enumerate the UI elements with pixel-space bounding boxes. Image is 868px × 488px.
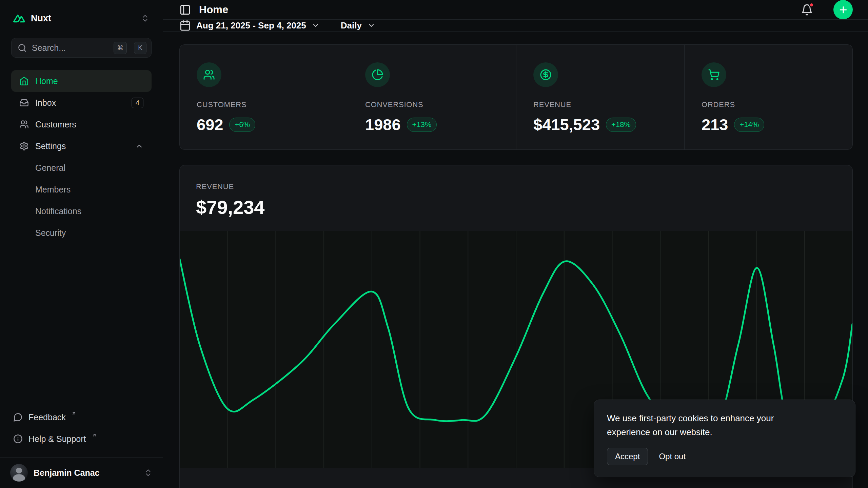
stats-row: CUSTOMERS 692 +6% CONVERSIONS 1986 +13%: [179, 44, 853, 150]
chevron-down-icon: [367, 21, 375, 29]
page-title: Home: [199, 4, 228, 16]
cart-icon: [702, 62, 726, 87]
sidebar-item-security[interactable]: Security: [11, 222, 152, 244]
workspace-switcher[interactable]: Nuxt: [11, 7, 152, 29]
sidebar-item-general[interactable]: General: [11, 157, 152, 179]
sidebar-item-label: Customers: [35, 120, 76, 129]
stat-delta-badge: +13%: [407, 118, 437, 132]
opt-out-button[interactable]: Opt out: [659, 452, 686, 461]
home-icon: [19, 76, 29, 86]
gear-icon: [19, 141, 29, 151]
users-icon: [197, 62, 221, 87]
header: Home: [163, 0, 868, 20]
external-link-icon: [92, 433, 97, 438]
add-button[interactable]: [833, 0, 853, 19]
external-link-icon: [72, 411, 76, 416]
cookie-banner: We use first-party cookies to enhance yo…: [594, 400, 855, 477]
plus-icon: [838, 5, 848, 15]
sidebar-toggle-button[interactable]: [179, 4, 191, 16]
sidebar-item-label: Members: [35, 185, 71, 195]
panel-left-icon: [179, 4, 191, 16]
help-support-label: Help & Support: [28, 434, 86, 444]
search-input[interactable]: Search... ⌘ K: [11, 38, 152, 58]
stat-value: 213: [702, 115, 728, 134]
stat-customers[interactable]: CUSTOMERS 692 +6%: [180, 45, 348, 149]
revenue-value: $79,234: [196, 196, 836, 218]
kbd-k: K: [134, 42, 146, 54]
date-range-label: Aug 21, 2025 - Sep 4, 2025: [196, 20, 306, 31]
revenue-label: REVENUE: [196, 182, 836, 191]
user-name: Benjamin Canac: [34, 468, 138, 478]
chevrons-up-down-icon: [141, 14, 150, 23]
sidebar-nav: Home Inbox 4 Customers Sett: [11, 70, 152, 244]
info-circle-icon: [13, 434, 23, 444]
help-support-link[interactable]: Help & Support: [11, 428, 152, 450]
users-icon: [19, 120, 29, 129]
search-placeholder: Search...: [32, 43, 106, 53]
stat-revenue[interactable]: REVENUE $415,523 +18%: [516, 45, 684, 149]
stat-label: ORDERS: [702, 100, 835, 109]
sidebar-item-members[interactable]: Members: [11, 179, 152, 200]
sidebar-item-label: Security: [35, 228, 66, 238]
sidebar-item-label: Inbox: [35, 98, 56, 108]
sidebar-item-label: Notifications: [35, 206, 81, 216]
inbox-icon: [19, 98, 29, 107]
pie-chart-icon: [365, 62, 390, 87]
sidebar-item-label: General: [35, 163, 65, 173]
message-circle-icon: [13, 412, 23, 422]
sidebar-item-notifications[interactable]: Notifications: [11, 200, 152, 222]
avatar: [10, 464, 28, 482]
sidebar-item-home[interactable]: Home: [11, 70, 152, 92]
filters-toolbar: Aug 21, 2025 - Sep 4, 2025 Daily: [163, 20, 868, 32]
stat-conversions[interactable]: CONVERSIONS 1986 +13%: [348, 45, 516, 149]
workspace-name: Nuxt: [31, 13, 51, 24]
sidebar-item-settings[interactable]: Settings: [11, 135, 152, 157]
inbox-count-badge: 4: [132, 98, 143, 108]
chevron-up-icon: [135, 142, 143, 150]
notifications-button[interactable]: [798, 1, 816, 19]
circle-dollar-icon: [533, 62, 558, 87]
stat-delta-badge: +14%: [734, 118, 764, 132]
sidebar-item-label: Home: [35, 76, 58, 86]
chevrons-up-down-icon: [144, 468, 153, 477]
chevron-down-icon: [312, 21, 320, 29]
cookie-actions: Accept Opt out: [607, 448, 842, 465]
notification-dot: [809, 2, 814, 7]
stat-delta-badge: +18%: [606, 118, 636, 132]
granularity-select[interactable]: Daily: [341, 20, 375, 31]
kbd-meta: ⌘: [114, 42, 127, 54]
sidebar-item-label: Settings: [35, 141, 66, 151]
date-range-picker[interactable]: Aug 21, 2025 - Sep 4, 2025: [179, 20, 320, 31]
revenue-card-header: REVENUE $79,234: [180, 165, 852, 231]
stat-label: CUSTOMERS: [197, 100, 331, 109]
sidebar-footer-links: Feedback Help & Support: [0, 406, 163, 450]
sidebar-item-inbox[interactable]: Inbox 4: [11, 92, 152, 114]
feedback-label: Feedback: [28, 412, 66, 422]
calendar-icon: [179, 20, 191, 31]
sidebar-item-customers[interactable]: Customers: [11, 114, 152, 135]
stat-value: 1986: [365, 115, 401, 134]
cookie-message: We use first-party cookies to enhance yo…: [607, 411, 810, 439]
feedback-link[interactable]: Feedback: [11, 406, 152, 428]
sidebar-top: Nuxt Search... ⌘ K Home: [0, 0, 163, 244]
stat-label: CONVERSIONS: [365, 100, 499, 109]
settings-subnav: General Members Notifications Security: [11, 157, 152, 244]
search-icon: [18, 43, 27, 53]
stat-delta-badge: +6%: [229, 118, 255, 132]
stat-value: 692: [197, 115, 223, 134]
granularity-label: Daily: [341, 20, 362, 31]
accept-cookies-button[interactable]: Accept: [607, 448, 648, 465]
sidebar: Nuxt Search... ⌘ K Home: [0, 0, 163, 488]
nuxt-logo-icon: [13, 14, 25, 23]
stat-label: REVENUE: [533, 100, 667, 109]
stat-value: $415,523: [533, 115, 600, 134]
stat-orders[interactable]: ORDERS 213 +14%: [684, 45, 852, 149]
user-menu[interactable]: Benjamin Canac: [0, 457, 163, 488]
